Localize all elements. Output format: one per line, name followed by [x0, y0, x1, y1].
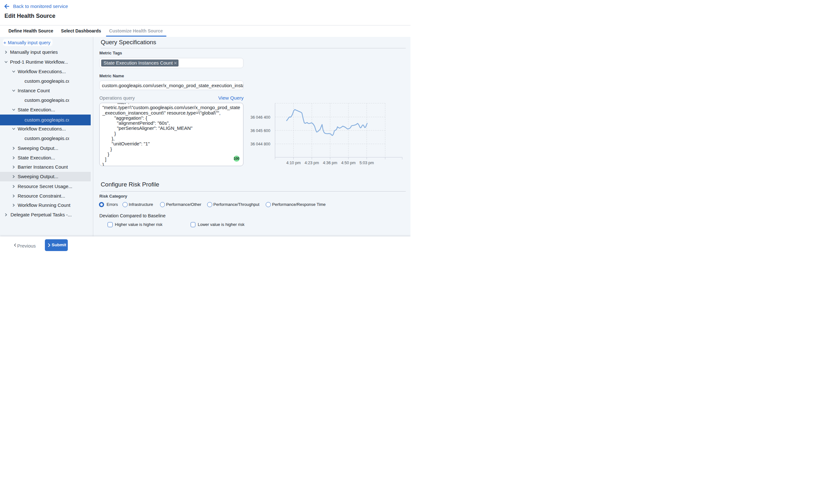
- svg-text:36 046 400: 36 046 400: [250, 115, 270, 120]
- svg-text:4:23 pm: 4:23 pm: [305, 161, 319, 165]
- svg-text:4:50 pm: 4:50 pm: [341, 161, 355, 165]
- svg-text:5:03 pm: 5:03 pm: [360, 161, 374, 165]
- svg-text:36 044 800: 36 044 800: [250, 142, 270, 146]
- svg-text:36 045 600: 36 045 600: [250, 129, 270, 133]
- svg-text:4:10 pm: 4:10 pm: [286, 161, 301, 165]
- svg-text:4:36 pm: 4:36 pm: [323, 161, 337, 165]
